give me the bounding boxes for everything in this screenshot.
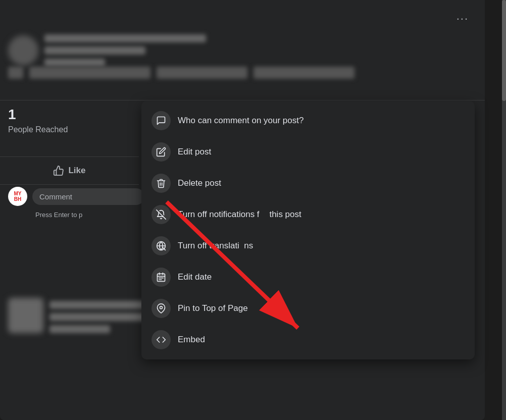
- trash-icon: [151, 174, 171, 193]
- people-reached-label: People Reached: [8, 125, 147, 134]
- post-content-blurred: [8, 298, 139, 333]
- menu-label-turn-off-translations: Turn off translations: [178, 241, 253, 251]
- bell-off-icon: [151, 205, 171, 224]
- pin-icon: [151, 299, 171, 318]
- svg-line-0: [157, 210, 166, 219]
- edit-icon: [151, 142, 171, 162]
- post-header: [0, 0, 485, 101]
- globe-edit-icon: [151, 236, 171, 255]
- like-button[interactable]: Like: [41, 161, 97, 180]
- scrollbar[interactable]: [502, 0, 506, 420]
- commenter-avatar: MY BH: [8, 187, 27, 206]
- menu-label-edit-date: Edit date: [178, 272, 212, 282]
- menu-label-edit-post: Edit post: [178, 147, 211, 157]
- blurred-content-line2: [49, 313, 150, 321]
- menu-label-pin-to-top: Pin to Top of Page: [178, 303, 248, 313]
- comment-area: MY BH Comment: [8, 187, 144, 206]
- svg-point-10: [160, 306, 163, 309]
- menu-label-who-can-comment: Who can comment on your post?: [178, 116, 303, 126]
- menu-item-turn-off-notifications[interactable]: Turn off notifications for this post: [141, 199, 475, 230]
- stats-section: 1 People Reached: [8, 106, 147, 134]
- divider: [0, 100, 485, 100]
- people-reached-count: 1: [8, 106, 147, 123]
- blurred-icon: [8, 67, 23, 79]
- blurred-subtitle: [44, 46, 145, 55]
- menu-item-embed[interactable]: Embed: [141, 324, 475, 355]
- menu-label-delete-post: Delete post: [178, 178, 221, 188]
- menu-item-turn-off-translations[interactable]: Turn off translations: [141, 230, 475, 261]
- menu-item-who-can-comment[interactable]: Who can comment on your post?: [141, 105, 475, 136]
- blurred-content-line3: [49, 325, 110, 333]
- blurred-subtext1: [29, 67, 150, 79]
- menu-label-turn-off-notifications: Turn off notifications for this post: [178, 209, 301, 220]
- post-subheader: [0, 61, 485, 85]
- menu-item-edit-date[interactable]: Edit date: [141, 261, 475, 293]
- blurred-subtext3: [254, 67, 355, 79]
- more-options-button[interactable]: ···: [457, 12, 469, 25]
- code-icon: [151, 330, 171, 349]
- like-label: Like: [68, 166, 85, 176]
- menu-label-embed: Embed: [178, 335, 205, 345]
- comment-icon: [151, 111, 171, 130]
- blurred-thumbnail: [8, 298, 43, 333]
- scrollbar-thumb[interactable]: [502, 0, 506, 101]
- like-icon: [53, 165, 64, 176]
- menu-item-edit-post[interactable]: Edit post: [141, 136, 475, 168]
- blurred-name: [44, 34, 206, 42]
- blurred-subtext2: [157, 67, 247, 79]
- context-menu: Who can comment on your post? Edit post …: [141, 101, 475, 359]
- menu-item-delete-post[interactable]: Delete post: [141, 168, 475, 199]
- comment-input[interactable]: Comment: [32, 188, 144, 205]
- commenter-initials: MY BH: [14, 191, 22, 202]
- menu-item-pin-to-top[interactable]: Pin to Top of Page: [141, 293, 475, 324]
- calendar-icon: [151, 268, 171, 287]
- press-enter-hint: Press Enter to p: [35, 211, 82, 219]
- post-actions-row: Like: [0, 156, 139, 185]
- svg-rect-4: [158, 274, 165, 281]
